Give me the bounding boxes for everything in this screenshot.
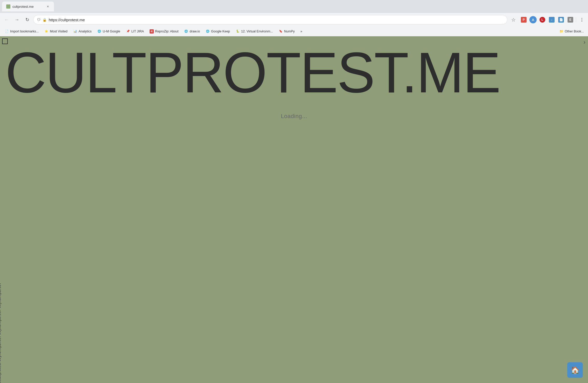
lastpass-button[interactable]: L: [538, 15, 547, 24]
bookmark-um-google-label: U-M Google: [103, 30, 120, 33]
google-keep-icon: 🌐: [206, 29, 210, 33]
address-bar-row: ← → ↻ 🛡 🔒 https://cultprotest.me ☆ P A L: [0, 13, 588, 26]
analytics-icon: 📊: [73, 29, 77, 33]
reprozip-icon: R: [150, 29, 154, 33]
bookmark-numpy[interactable]: 🔖 NumPy: [276, 28, 297, 35]
bookmark-most-visited-label: Most Visited: [50, 30, 67, 33]
bookmark-numpy-label: NumPy: [284, 30, 295, 33]
ext-button-3[interactable]: E: [566, 15, 575, 24]
active-tab[interactable]: cultprotest.me ✕: [2, 2, 54, 11]
most-visited-icon: ⭐: [44, 29, 48, 33]
reload-icon: ↻: [25, 17, 29, 23]
bookmark-google-keep-label: Google Keep: [211, 30, 230, 33]
bookmark-import-label: Import bookmarks...: [10, 30, 39, 33]
other-bookmarks-folder[interactable]: 📁 Other Book...: [557, 28, 586, 35]
bookmarks-overflow-button[interactable]: »: [298, 28, 305, 35]
drawio-icon: 🌐: [184, 29, 188, 33]
folder-icon: 📁: [559, 29, 564, 33]
site-title: CULTPROTEST.ME: [5, 44, 500, 101]
tab-label: cultprotest.me: [12, 5, 34, 9]
forward-button[interactable]: →: [12, 15, 21, 24]
tab-bar: cultprotest.me ✕: [0, 0, 588, 13]
reload-button[interactable]: ↻: [23, 15, 32, 24]
lastpass-icon: L: [540, 17, 545, 23]
virtual-env-icon: 🐍: [236, 29, 240, 33]
bookmark-um-google[interactable]: 🌐 U-M Google: [95, 28, 123, 35]
bookmark-most-visited[interactable]: ⭐ Most Visited: [42, 28, 70, 35]
other-bookmarks-label: Other Book...: [565, 30, 584, 33]
lit-jira-icon: 📌: [126, 29, 130, 33]
numpy-icon: 🔖: [279, 29, 283, 33]
ext-2-icon: 📄: [558, 17, 564, 23]
bookmark-google-keep[interactable]: 🌐 Google Keep: [203, 28, 233, 35]
bookmark-lit-jira-label: LIT JIRA: [131, 30, 144, 33]
pocket-extension-button[interactable]: P: [519, 15, 528, 24]
ext-button-2[interactable]: 📄: [557, 15, 565, 24]
pocket-icon: P: [521, 17, 527, 23]
tab-favicon: [6, 4, 10, 9]
back-icon: ←: [4, 17, 9, 23]
widget-icon: 🏠: [571, 366, 580, 374]
tab-close-button[interactable]: ✕: [46, 4, 50, 9]
url-text: https://cultprotest.me: [49, 18, 503, 22]
bookmark-star-button[interactable]: ☆: [509, 15, 518, 24]
bookmark-reprozip-label: ReproZip: About: [155, 30, 178, 33]
loading-text: Loading...: [281, 113, 307, 120]
bookmark-reprozip[interactable]: R ReproZip: About: [147, 28, 181, 35]
downloads-button[interactable]: ↓: [547, 15, 556, 24]
ext-3-icon: E: [568, 17, 573, 23]
forward-icon: →: [15, 17, 19, 23]
back-button[interactable]: ←: [2, 15, 11, 24]
um-google-icon: 🌐: [97, 29, 101, 33]
lock-icon: 🔒: [43, 18, 47, 22]
page-arrow-button[interactable]: ›: [584, 39, 585, 46]
menu-icon: ⋮: [580, 17, 584, 22]
security-icon: 🛡: [37, 18, 40, 22]
bottom-right-widget[interactable]: 🏠: [567, 362, 583, 378]
overflow-icon: »: [300, 30, 302, 33]
chrome-frame: cultprotest.me ✕ ← → ↻ 🛡 🔒 https://cultp…: [0, 0, 588, 37]
bookmark-virtual-env-label: 12. Virtual Environm...: [241, 30, 273, 33]
bookmark-analytics[interactable]: 📊 Analytics: [71, 28, 94, 35]
bookmark-import[interactable]: 📄 Import bookmarks...: [2, 28, 41, 35]
address-bar[interactable]: 🛡 🔒 https://cultprotest.me: [33, 15, 507, 24]
bookmark-virtual-env[interactable]: 🐍 12. Virtual Environm...: [233, 28, 276, 35]
import-icon: 📄: [5, 29, 9, 33]
chrome-menu-button[interactable]: ⋮: [577, 15, 586, 24]
bookmark-analytics-label: Analytics: [79, 30, 92, 33]
page-content: › CULTPROTEST.ME Loading... #cultprotest…: [0, 36, 588, 383]
toolbar-separator: [576, 17, 576, 22]
bookmark-drawio-label: draw.io: [190, 30, 200, 33]
star-icon: ☆: [511, 17, 516, 23]
bookmarks-bar: 📄 Import bookmarks... ⭐ Most Visited 📊 A…: [0, 26, 588, 36]
profile-button[interactable]: A: [529, 15, 537, 24]
profile-avatar: A: [529, 16, 537, 23]
vertical-hashtags: #cultprotest #культпратэст #культпротест…: [0, 277, 2, 383]
bookmark-drawio[interactable]: 🌐 draw.io: [181, 28, 202, 35]
toolbar-icons: P A L ↓ 📄 E ⋮: [519, 15, 586, 24]
downloads-icon: ↓: [549, 17, 555, 23]
bookmark-lit-jira[interactable]: 📌 LIT JIRA: [123, 28, 146, 35]
